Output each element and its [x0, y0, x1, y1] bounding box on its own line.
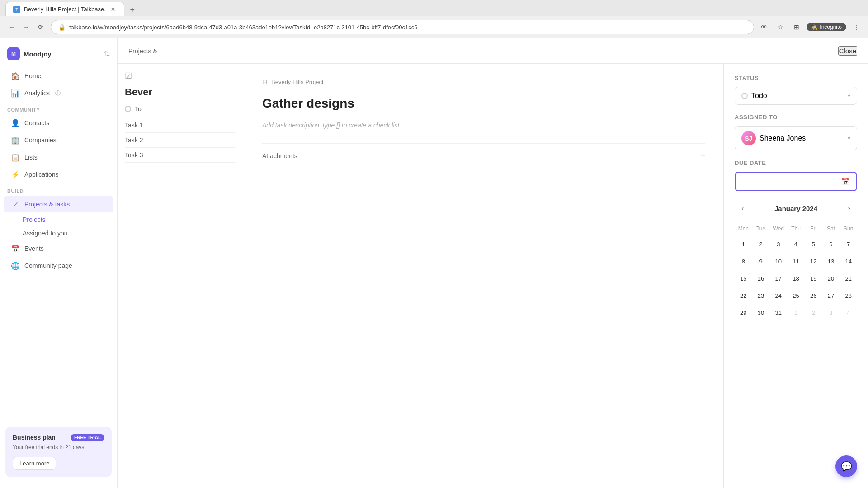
status-value: Todo	[751, 92, 767, 100]
cal-day[interactable]: 5	[805, 236, 821, 252]
close-button[interactable]: Close	[838, 46, 857, 56]
calendar: ‹ January 2024 › Mon Tue Wed Thu Fri Sat…	[735, 198, 857, 321]
cal-day[interactable]: 25	[788, 287, 804, 304]
cal-header-fri: Fri	[805, 224, 822, 235]
extensions-icon[interactable]: ⊞	[790, 21, 803, 33]
attachments-add-button[interactable]: +	[700, 151, 705, 160]
status-dropdown[interactable]: Todo ▾	[735, 87, 857, 105]
cal-day[interactable]: 23	[753, 287, 769, 304]
sidebar-item-label: Analytics	[24, 89, 50, 97]
sidebar-item-label: Events	[24, 245, 44, 252]
cal-day[interactable]: 13	[823, 253, 839, 269]
sidebar-item-label: Applications	[24, 171, 59, 178]
cal-day[interactable]: 14	[840, 253, 857, 269]
cal-day[interactable]: 10	[770, 253, 787, 269]
main-content: Projects & Close ☑ Bever To Task 1 Task …	[118, 38, 868, 488]
eye-off-icon[interactable]: 👁	[758, 21, 770, 33]
sidebar-item-contacts[interactable]: 👤 Contacts	[4, 115, 113, 131]
cal-day[interactable]: 12	[805, 253, 821, 269]
cal-day[interactable]: 31	[770, 305, 787, 321]
cal-day-other-month[interactable]: 3	[823, 305, 839, 321]
sidebar-item-label: Companies	[24, 136, 57, 144]
due-date-section-title: Due date	[735, 160, 857, 166]
calendar-header: ‹ January 2024 ›	[735, 198, 857, 218]
cal-day[interactable]: 17	[770, 270, 787, 286]
sidebar-item-applications[interactable]: ⚡ Applications	[4, 166, 113, 183]
cal-day[interactable]: 1	[735, 236, 751, 252]
status-dropdown-left: Todo	[741, 92, 767, 100]
cal-day[interactable]: 7	[840, 236, 857, 252]
cal-day-other-month[interactable]: 2	[805, 305, 821, 321]
cal-day[interactable]: 30	[753, 305, 769, 321]
projects-tasks-icon: ✓	[11, 200, 20, 209]
new-tab-button[interactable]: +	[126, 4, 139, 16]
cal-day[interactable]: 27	[823, 287, 839, 304]
content-area: ☑ Bever To Task 1 Task 2 Task 3 ⊟ Beverl…	[118, 64, 868, 488]
browser-tab[interactable]: T Beverly Hills Project | Talkbase. ✕	[5, 2, 124, 16]
cal-header-mon: Mon	[735, 224, 752, 235]
sidebar-item-events[interactable]: 📅 Events	[4, 240, 113, 257]
cal-day[interactable]: 11	[788, 253, 804, 269]
analytics-icon: 📊	[11, 89, 20, 98]
sidebar-sub-item-projects[interactable]: Projects	[4, 213, 113, 226]
task-description-placeholder[interactable]: Add task description, type [] to create …	[262, 122, 705, 129]
expand-icon[interactable]: ⇅	[104, 50, 110, 58]
cal-day[interactable]: 19	[805, 270, 821, 286]
task-item-2[interactable]: Task 2	[125, 133, 236, 148]
menu-button[interactable]: ⋮	[850, 21, 863, 33]
cal-day[interactable]: 4	[788, 236, 804, 252]
cal-day[interactable]: 8	[735, 253, 751, 269]
cal-day[interactable]: 2	[753, 236, 769, 252]
due-date-input[interactable]: 📅	[735, 172, 857, 191]
cal-day-other-month[interactable]: 1	[788, 305, 804, 321]
status-radio	[741, 93, 748, 99]
cal-day[interactable]: 9	[753, 253, 769, 269]
chat-fab-button[interactable]: 💬	[835, 455, 857, 477]
assigned-section-title: Assigned to	[735, 114, 857, 121]
back-button[interactable]: ←	[5, 21, 18, 33]
task-breadcrumb-label: Beverly Hills Project	[271, 79, 324, 85]
task-item-1[interactable]: Task 1	[125, 118, 236, 133]
contacts-icon: 👤	[11, 118, 20, 127]
attachments-label: Attachments	[262, 152, 297, 160]
address-bar[interactable]: 🔒 talkbase.io/w/moodjoy/tasks/projects/6…	[51, 20, 754, 34]
workspace-logo[interactable]: M Moodjoy	[7, 47, 52, 60]
refresh-button[interactable]: ⟳	[34, 21, 47, 33]
cal-day[interactable]: 24	[770, 287, 787, 304]
sidebar-sub-item-assigned[interactable]: Assigned to you	[4, 227, 113, 239]
sidebar-item-companies[interactable]: 🏢 Companies	[4, 132, 113, 148]
bp-badge: FREE TRIAL	[71, 434, 104, 441]
cal-day[interactable]: 16	[753, 270, 769, 286]
bookmark-icon[interactable]: ☆	[774, 21, 787, 33]
cal-day-other-month[interactable]: 4	[840, 305, 857, 321]
cal-day[interactable]: 15	[735, 270, 751, 286]
cal-day[interactable]: 22	[735, 287, 751, 304]
tab-close-button[interactable]: ✕	[109, 6, 117, 13]
bp-header: Business plan FREE TRIAL	[13, 434, 104, 441]
calendar-prev-button[interactable]: ‹	[736, 202, 749, 215]
chat-icon: 💬	[841, 461, 852, 472]
app-container: M Moodjoy ⇅ 🏠 Home 📊 Analytics ⓘ COMMUNI…	[0, 38, 868, 488]
task-item-3[interactable]: Task 3	[125, 148, 236, 163]
cal-day[interactable]: 28	[840, 287, 857, 304]
sidebar-item-projects-tasks[interactable]: ✓ Projects & tasks	[4, 196, 113, 212]
cal-day[interactable]: 3	[770, 236, 787, 252]
cal-day[interactable]: 18	[788, 270, 804, 286]
calendar-month-title: January 2024	[774, 205, 817, 212]
sidebar-item-community-page[interactable]: 🌐 Community page	[4, 258, 113, 274]
sidebar-item-lists[interactable]: 📋 Lists	[4, 149, 113, 165]
forward-button[interactable]: →	[20, 21, 33, 33]
sidebar-item-analytics[interactable]: 📊 Analytics ⓘ	[4, 85, 113, 101]
assigned-dropdown[interactable]: SJ Sheena Jones ▾	[735, 126, 857, 150]
cal-day[interactable]: 21	[840, 270, 857, 286]
assigned-dropdown-left: SJ Sheena Jones	[741, 131, 806, 145]
sidebar-header: M Moodjoy ⇅	[0, 44, 117, 67]
sidebar-item-home[interactable]: 🏠 Home	[4, 68, 113, 84]
sidebar-item-label: Community page	[24, 262, 72, 269]
cal-day[interactable]: 6	[823, 236, 839, 252]
cal-day[interactable]: 20	[823, 270, 839, 286]
calendar-next-button[interactable]: ›	[843, 202, 855, 215]
cal-day[interactable]: 26	[805, 287, 821, 304]
learn-more-button[interactable]: Learn more	[13, 457, 56, 470]
cal-day[interactable]: 29	[735, 305, 751, 321]
